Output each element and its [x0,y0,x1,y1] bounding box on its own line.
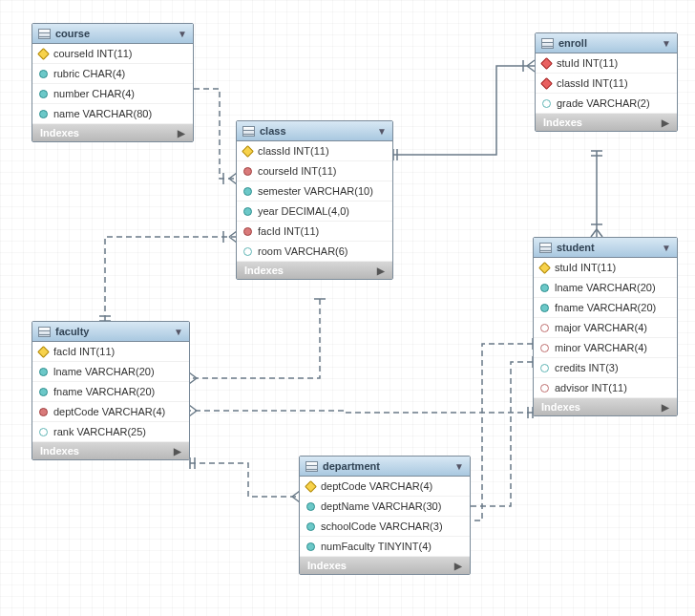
column-notnull-icon [243,187,252,196]
foreign-key-icon [243,227,252,236]
column-label: rank VARCHAR(25) [53,426,146,437]
column-notnull-icon [306,502,315,511]
foreign-key-icon [39,408,48,416]
column-label: deptCode VARCHAR(4) [321,480,432,492]
column-row: year DECIMAL(4,0) [237,202,392,222]
column-label: lname VARCHAR(20) [53,366,155,377]
table-student[interactable]: student ▼ stuId INT(11) lname VARCHAR(20… [533,237,678,416]
table-title: class [260,125,373,137]
column-label: facId INT(11) [53,346,115,357]
column-row: credits INT(3) [534,358,677,378]
table-title: student [557,242,658,253]
column-notnull-icon [540,284,549,292]
column-label: fname VARCHAR(20) [555,302,656,313]
table-header[interactable]: enroll ▼ [536,33,677,53]
column-row: classId INT(11) [536,74,677,94]
table-header[interactable]: student ▼ [534,238,677,258]
expand-arrow-icon: ▶ [662,117,669,128]
column-nullable-icon [542,99,551,108]
indexes-section[interactable]: Indexes▶ [237,262,392,279]
table-title: faculty [55,326,170,337]
column-row: schoolCode VARCHAR(3) [300,517,470,537]
table-enroll[interactable]: enroll ▼ stuId INT(11) classId INT(11) g… [535,32,678,132]
column-row: facId INT(11) [237,222,392,242]
table-header[interactable]: class ▼ [237,121,392,141]
table-icon [541,38,554,49]
column-label: classId INT(11) [557,77,628,89]
primary-key-icon [538,262,551,274]
column-row: advisor INT(11) [534,378,677,398]
column-label: grade VARCHAR(2) [557,97,650,109]
collapse-arrow-icon[interactable]: ▼ [662,38,671,49]
column-label: semester VARCHAR(10) [258,185,373,197]
column-nullable-icon [540,364,549,372]
foreign-key-icon [243,167,252,176]
column-notnull-icon [39,388,48,396]
column-label: courseId INT(11) [53,48,133,59]
primary-key-icon [37,48,50,60]
column-notnull-icon [39,368,48,376]
indexes-label: Indexes [541,401,580,413]
column-label: major VARCHAR(4) [555,322,647,333]
table-course[interactable]: course ▼ courseId INT(11) rubric CHAR(4)… [32,23,194,142]
column-notnull-icon [306,522,315,531]
indexes-section[interactable]: Indexes▶ [536,114,677,131]
table-department[interactable]: department ▼ deptCode VARCHAR(4) deptNam… [299,456,471,575]
column-notnull-icon [540,304,549,312]
foreign-key-nullable-icon [540,324,549,332]
column-label: classId INT(11) [258,145,329,157]
column-label: courseId INT(11) [258,165,337,177]
column-label: credits INT(3) [555,362,619,373]
column-row: fname VARCHAR(20) [534,298,677,318]
indexes-section[interactable]: Indexes▶ [534,398,677,415]
collapse-arrow-icon[interactable]: ▼ [174,327,183,337]
indexes-section[interactable]: Indexes▶ [300,557,470,574]
column-nullable-icon [243,247,252,256]
indexes-label: Indexes [40,127,79,138]
primary-key-icon [305,480,317,493]
column-notnull-icon [39,70,48,78]
column-row: rubric CHAR(4) [32,64,193,84]
column-notnull-icon [39,110,48,118]
column-label: fname VARCHAR(20) [53,386,155,397]
column-row: courseId INT(11) [237,161,392,181]
table-header[interactable]: course ▼ [32,24,193,44]
collapse-arrow-icon[interactable]: ▼ [377,126,387,137]
column-label: minor VARCHAR(4) [555,342,647,353]
collapse-arrow-icon[interactable]: ▼ [454,461,464,472]
table-title: course [55,28,174,39]
table-faculty[interactable]: faculty ▼ facId INT(11) lname VARCHAR(20… [32,321,190,460]
primary-key-icon [242,145,254,158]
expand-arrow-icon: ▶ [174,446,181,457]
column-row: major VARCHAR(4) [534,318,677,338]
column-row: deptName VARCHAR(30) [300,497,470,517]
foreign-key-nullable-icon [540,344,549,352]
column-row: semester VARCHAR(10) [237,181,392,202]
table-icon [38,327,51,337]
column-row: deptCode VARCHAR(4) [300,477,470,497]
column-row: facId INT(11) [32,342,189,362]
column-row: number CHAR(4) [32,84,193,104]
collapse-arrow-icon[interactable]: ▼ [178,29,187,39]
primary-key-icon [37,346,50,358]
expand-arrow-icon: ▶ [377,266,385,276]
expand-arrow-icon: ▶ [662,402,669,413]
foreign-key-nullable-icon [540,384,549,393]
indexes-section[interactable]: Indexes▶ [32,442,189,459]
column-label: stuId INT(11) [557,57,618,69]
column-row: rank VARCHAR(25) [32,422,189,442]
indexes-section[interactable]: Indexes▶ [32,124,193,141]
column-label: schoolCode VARCHAR(3) [321,520,443,532]
column-label: numFaculty TINYINT(4) [321,541,432,552]
indexes-label: Indexes [244,265,284,276]
collapse-arrow-icon[interactable]: ▼ [662,243,671,253]
table-icon [305,461,318,472]
table-header[interactable]: department ▼ [300,457,470,477]
column-row: classId INT(11) [237,141,392,161]
indexes-label: Indexes [307,560,347,571]
table-class[interactable]: class ▼ classId INT(11) courseId INT(11)… [236,120,393,280]
column-row: deptCode VARCHAR(4) [32,402,189,422]
table-header[interactable]: faculty ▼ [32,322,189,342]
column-row: grade VARCHAR(2) [536,94,677,114]
table-icon [539,243,552,253]
